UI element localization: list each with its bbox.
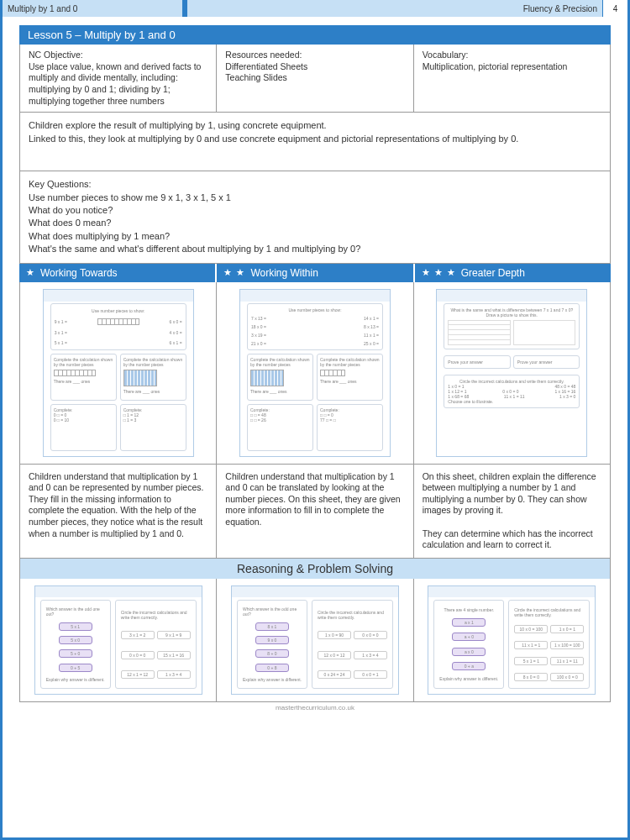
tier-working-towards: ★Working Towards: [19, 264, 215, 282]
nc-objective: NC Objective: Use place value, known and…: [20, 45, 216, 112]
page-header: Multiply by 1 and 0 Fluency & Precision …: [3, 0, 627, 17]
rps-thumbnails-row: Which answer is the odd one out? 5 x 1 5…: [19, 579, 611, 702]
footer-url: masterthecurriculum.co.uk: [19, 702, 611, 713]
rps-header: Reasoning & Problem Solving: [19, 559, 611, 579]
desc-gd: On this sheet, children explain the diff…: [413, 465, 610, 558]
rps-thumb-2: Which answer is the odd one out? 8 x 1 9…: [231, 585, 399, 695]
topic-title: Multiply by 1 and 0: [3, 0, 187, 17]
resources-needed: Resources needed: Differentiated Sheets …: [216, 45, 412, 112]
worksheet-thumbnails-row: Use number pieces to show: 9 x 1 =6 x 0 …: [19, 282, 611, 465]
desc-wt: Children understand that multiplication …: [20, 465, 216, 558]
lesson-meta-row: NC Objective: Use place value, known and…: [19, 45, 611, 113]
strand-label: Fluency & Precision: [523, 4, 602, 13]
desc-ww: Children understand that multiplication …: [216, 465, 412, 558]
worksheet-thumb-ww: Use number pieces to show: 7 x 13 =14 x …: [239, 289, 391, 457]
rps-thumb-1: Which answer is the odd one out? 5 x 1 5…: [34, 585, 202, 695]
star-icon: ★: [26, 267, 35, 278]
star-icon: ★ ★: [223, 267, 245, 278]
tier-descriptions: Children understand that multiplication …: [19, 465, 611, 559]
star-icon: ★ ★ ★: [422, 267, 456, 278]
lesson-title-bar: Lesson 5 – Multiply by 1 and 0: [19, 25, 611, 45]
key-questions: Key Questions: Use number pieces to show…: [19, 171, 611, 263]
tier-header-row: ★Working Towards ★ ★Working Within ★ ★ ★…: [19, 264, 611, 282]
tier-working-within: ★ ★Working Within: [215, 264, 412, 282]
page-number: 4: [602, 0, 627, 17]
rps-thumb-3: There are 4 single number. a x 1 a + 0 a…: [428, 585, 596, 695]
tier-greater-depth: ★ ★ ★Greater Depth: [413, 264, 611, 282]
vocabulary: Vocabulary: Multiplication, pictorial re…: [413, 45, 610, 112]
lesson-overview: Children explore the result of multiplyi…: [19, 113, 611, 171]
worksheet-thumb-gd: What is the same and what is difference …: [436, 289, 587, 457]
worksheet-thumb-wt: Use number pieces to show: 9 x 1 =6 x 0 …: [43, 289, 194, 457]
